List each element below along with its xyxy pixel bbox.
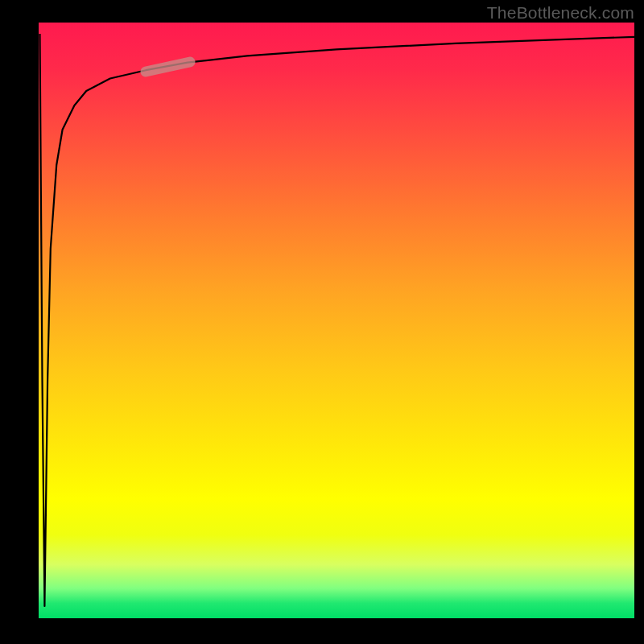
highlight-segment [146, 62, 190, 72]
bottleneck-curve [40, 34, 635, 606]
chart-container [39, 23, 634, 618]
y-axis-band [0, 0, 39, 644]
attribution-text: TheBottleneck.com [487, 3, 634, 23]
curve-layer [39, 23, 634, 618]
x-axis-band [0, 618, 644, 644]
